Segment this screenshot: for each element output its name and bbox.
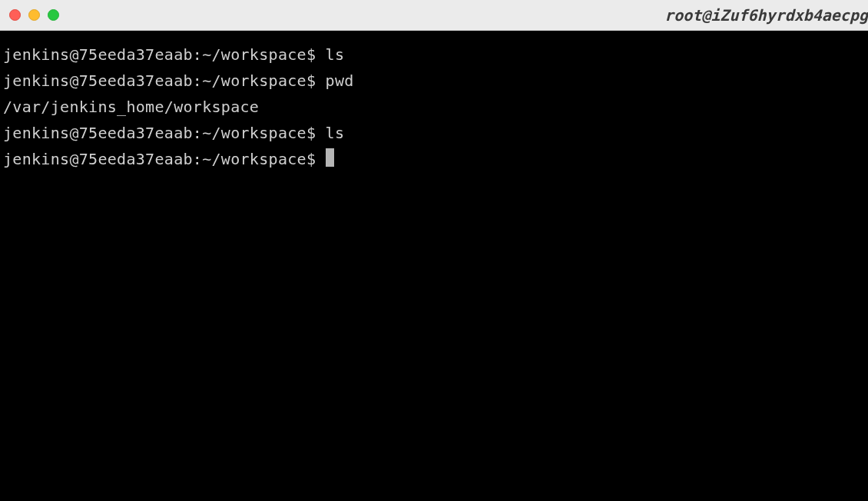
shell-prompt: jenkins@75eeda37eaab:~/workspace$	[3, 124, 326, 142]
shell-prompt: jenkins@75eeda37eaab:~/workspace$	[3, 45, 326, 64]
shell-prompt: jenkins@75eeda37eaab:~/workspace$	[3, 71, 326, 90]
shell-command: ls	[326, 45, 345, 64]
terminal-line: jenkins@75eeda37eaab:~/workspace$ ls	[3, 120, 865, 146]
window-titlebar: root@iZuf6hyrdxb4aecpg	[0, 0, 868, 31]
zoom-window-button[interactable]	[48, 9, 59, 21]
shell-command: ls	[326, 124, 345, 142]
cursor-icon	[326, 148, 334, 167]
close-window-button[interactable]	[9, 9, 21, 21]
shell-prompt: jenkins@75eeda37eaab:~/workspace$	[3, 150, 326, 168]
terminal-line: jenkins@75eeda37eaab:~/workspace$ ls	[3, 41, 865, 68]
minimize-window-button[interactable]	[28, 9, 40, 21]
window-title: root@iZuf6hyrdxb4aecpg	[664, 6, 868, 25]
terminal-line: /var/jenkins_home/workspace	[3, 94, 865, 120]
shell-output: /var/jenkins_home/workspace	[3, 98, 259, 116]
terminal-line: jenkins@75eeda37eaab:~/workspace$ pwd	[3, 68, 865, 94]
terminal-body[interactable]: jenkins@75eeda37eaab:~/workspace$ lsjenk…	[0, 31, 868, 501]
shell-command: pwd	[326, 71, 354, 90]
traffic-lights	[9, 9, 59, 21]
terminal-line: jenkins@75eeda37eaab:~/workspace$	[3, 146, 865, 172]
